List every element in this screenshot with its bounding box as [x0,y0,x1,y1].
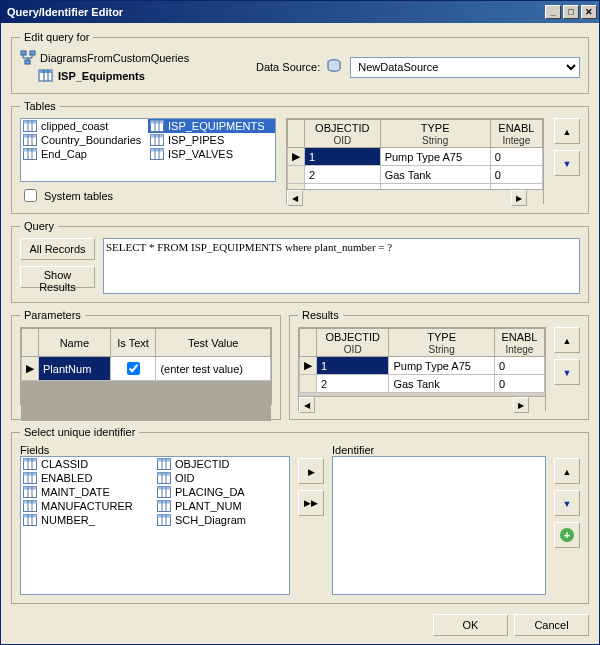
results-grid[interactable]: OBJECTIDOIDTYPEStringENABLIntege ▶1Pump … [298,327,546,411]
table-icon [23,514,37,526]
svg-rect-45 [24,501,37,504]
list-item[interactable]: End_Cap [21,147,148,161]
parameters-legend: Parameters [20,309,85,321]
identifier-legend: Select unique identifier [20,426,139,438]
list-item[interactable]: MAINT_DATE [21,485,155,499]
remove-field-button[interactable]: ▶▶ [298,490,324,516]
list-item[interactable]: clipped_coast [21,119,148,133]
add-field-button[interactable] [298,458,324,484]
table-icon [23,134,37,146]
list-item[interactable]: SCH_Diagram [155,513,289,527]
svg-rect-65 [158,501,171,504]
svg-rect-13 [24,135,37,138]
arrow-down-icon [563,497,572,509]
table-row[interactable]: 2Gas Tank0 [288,166,543,184]
table-icon [23,148,37,160]
list-item[interactable]: NUMBER_ [21,513,155,527]
identifier-list[interactable] [332,456,546,595]
svg-rect-25 [151,135,164,138]
parameters-grid[interactable]: Name Is Text Test Value ▶PlantNum(enter … [20,327,272,405]
ok-button[interactable]: OK [433,614,508,636]
arrow-down-icon [563,157,572,169]
sql-textarea[interactable] [103,238,580,294]
id-move-up-button[interactable] [554,458,580,484]
move-up-button[interactable] [554,327,580,353]
table-icon [157,486,171,498]
query-tree[interactable]: DiagramsFromCustomQueries ISP_Equipments [20,49,250,85]
svg-rect-4 [39,70,52,73]
svg-rect-29 [151,149,164,152]
data-source-select[interactable]: NewDataSource [350,57,580,78]
list-item[interactable]: MANUFACTURER [21,499,155,513]
titlebar[interactable]: Query/Identifier Editor _ □ ✕ [1,1,599,23]
list-item[interactable]: PLACING_DA [155,485,289,499]
tables-group: Tables clipped_coastCountry_BoundariesEn… [11,100,589,214]
fields-label: Fields [20,444,290,456]
table-row[interactable]: 3Gas Tank0 [288,184,543,190]
scroll-left-button[interactable]: ◀ [299,397,315,413]
table-icon [150,134,164,146]
query-legend: Query [20,220,58,232]
results-legend: Results [298,309,343,321]
svg-rect-33 [24,459,37,462]
plus-icon: + [560,528,574,542]
list-item[interactable]: ENABLED [21,471,155,485]
system-tables-label: System tables [44,190,113,202]
tables-legend: Tables [20,100,60,112]
cancel-button[interactable]: Cancel [514,614,589,636]
table-icon [23,458,37,470]
list-item[interactable]: ISP_PIPES [148,133,275,147]
tables-preview-grid[interactable]: OBJECTIDOIDTYPEStringENABLIntege ▶1Pump … [286,118,544,204]
id-move-down-button[interactable] [554,490,580,516]
tree-child[interactable]: ISP_Equipments [20,67,250,85]
table-row[interactable]: 2Gas Tank0 [300,375,545,393]
minimize-button[interactable]: _ [545,5,561,19]
move-up-button[interactable] [554,118,580,144]
identifier-group: Select unique identifier Fields CLASSIDE… [11,426,589,604]
edit-query-legend: Edit query for [20,31,93,43]
all-records-button[interactable]: All Records [20,238,95,260]
dialog-window: Query/Identifier Editor _ □ ✕ Edit query… [0,0,600,645]
list-item[interactable]: PLANT_NUM [155,499,289,513]
fields-list[interactable]: CLASSIDENABLEDMAINT_DATEMANUFACTURERNUMB… [20,456,290,595]
svg-rect-61 [158,487,171,490]
list-item[interactable]: OBJECTID [155,457,289,471]
list-item[interactable]: OID [155,471,289,485]
move-down-button[interactable] [554,150,580,176]
arrow-right-double-icon: ▶▶ [304,498,318,508]
tree-root[interactable]: DiagramsFromCustomQueries [20,49,250,67]
list-item[interactable]: ISP_EQUIPMENTS [148,119,275,133]
table-icon [157,472,171,484]
identifier-label: Identifier [332,444,546,456]
maximize-button[interactable]: □ [563,5,579,19]
scroll-right-button[interactable]: ▶ [513,397,529,413]
is-text-checkbox[interactable] [127,362,140,375]
id-add-button[interactable]: + [554,522,580,548]
system-tables-checkbox[interactable] [24,189,37,202]
table-row[interactable]: ▶1Pump Type A750 [300,357,545,375]
svg-rect-2 [25,60,30,64]
arrow-up-icon [563,125,572,137]
tables-list[interactable]: clipped_coastCountry_BoundariesEnd_Cap I… [20,118,276,182]
list-item[interactable]: Country_Boundaries [21,133,148,147]
svg-rect-17 [24,149,37,152]
scroll-right-button[interactable]: ▶ [511,190,527,206]
table-icon [157,458,171,470]
show-results-button[interactable]: Show Results [20,266,95,288]
arrow-up-icon [563,465,572,477]
scroll-left-button[interactable]: ◀ [287,190,303,206]
svg-rect-57 [158,473,171,476]
list-item[interactable]: ISP_VALVES [148,147,275,161]
move-down-button[interactable] [554,359,580,385]
svg-rect-69 [158,515,171,518]
table-row[interactable]: ▶1Pump Type A750 [288,148,543,166]
arrow-down-icon [563,366,572,378]
table-row[interactable]: ▶PlantNum(enter test value) [22,357,271,381]
results-group: Results OBJECTIDOIDTYPEStringENABLIntege… [289,309,589,420]
database-icon [326,58,344,76]
parameters-group: Parameters Name Is Text Test Value ▶Plan… [11,309,281,420]
close-button[interactable]: ✕ [581,5,597,19]
arrow-right-icon [308,465,315,477]
svg-rect-53 [158,459,171,462]
list-item[interactable]: CLASSID [21,457,155,471]
